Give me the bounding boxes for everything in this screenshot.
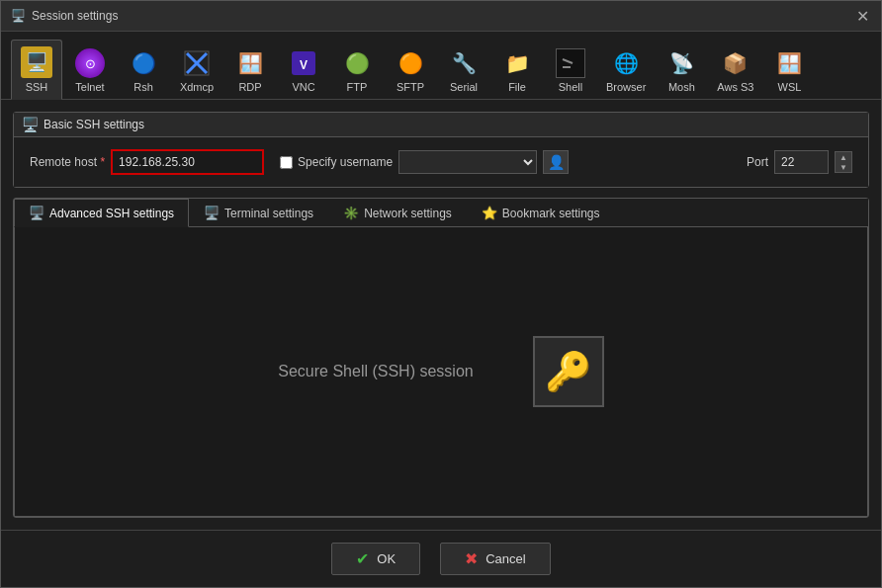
serial-label: Serial xyxy=(450,81,478,93)
ftp-icon: 🟢 xyxy=(342,48,372,78)
serial-icon: 🔧 xyxy=(449,48,479,78)
tab-bookmark[interactable]: ⭐Bookmark settings xyxy=(467,199,615,226)
rdp-icon: 🪟 xyxy=(235,48,265,78)
tabs-row: 🖥️Advanced SSH settings🖥️Terminal settin… xyxy=(14,199,868,227)
protocol-rdp[interactable]: 🪟RDP xyxy=(224,42,276,99)
main-content: 🖥️ Basic SSH settings Remote host * Sp xyxy=(1,100,881,530)
port-spinners: ▲ ▼ xyxy=(835,151,852,173)
terminal-tab-icon: 🖥️ xyxy=(204,206,220,220)
telnet-icon: ⊙ xyxy=(75,48,105,78)
vnc-label: VNC xyxy=(292,81,314,93)
close-button[interactable]: ✕ xyxy=(853,7,871,25)
protocol-sftp[interactable]: 🟠SFTP xyxy=(385,42,436,99)
protocol-awss3[interactable]: 📦Aws S3 xyxy=(709,42,761,99)
tab-terminal[interactable]: 🖥️Terminal settings xyxy=(189,199,328,226)
rsh-icon: 🔵 xyxy=(129,48,158,78)
session-settings-dialog: 🖥️ Session settings ✕ 🖥️SSH⊙Telnet🔵RshXd… xyxy=(0,0,882,588)
key-icon: 🔑 xyxy=(545,350,591,393)
protocol-vnc[interactable]: VVNC xyxy=(278,42,329,99)
rdp-label: RDP xyxy=(238,81,261,93)
dialog-icon: 🖥️ xyxy=(11,9,26,23)
specify-username-group: Specify username 👤 xyxy=(280,150,569,174)
specify-username-label[interactable]: Specify username xyxy=(280,155,393,169)
bookmark-tab-icon: ⭐ xyxy=(482,206,497,220)
awss3-label: Aws S3 xyxy=(717,81,753,93)
tab-advanced[interactable]: 🖥️Advanced SSH settings xyxy=(14,199,189,227)
terminal-tab-label: Terminal settings xyxy=(224,207,313,220)
xdmcp-icon xyxy=(182,48,212,78)
bookmark-tab-label: Bookmark settings xyxy=(502,207,600,220)
telnet-label: Telnet xyxy=(75,81,104,93)
protocol-mosh[interactable]: 📡Mosh xyxy=(656,42,707,99)
wsl-label: WSL xyxy=(778,81,802,93)
advanced-settings-group: 🖥️Advanced SSH settings🖥️Terminal settin… xyxy=(13,198,869,518)
basic-settings-header: 🖥️ Basic SSH settings xyxy=(14,113,868,137)
ok-label: OK xyxy=(377,551,396,566)
key-icon-box: 🔑 xyxy=(533,336,604,407)
sftp-label: SFTP xyxy=(397,81,424,93)
vnc-icon: V xyxy=(289,48,318,78)
awss3-icon: 📦 xyxy=(721,48,750,78)
protocol-telnet[interactable]: ⊙Telnet xyxy=(64,42,116,99)
protocol-ssh[interactable]: 🖥️SSH xyxy=(11,40,62,100)
basic-settings-title: Basic SSH settings xyxy=(44,118,144,131)
mosh-label: Mosh xyxy=(668,81,695,93)
user-icon-button[interactable]: 👤 xyxy=(543,150,569,174)
protocol-shell[interactable]: Shell xyxy=(545,42,596,99)
remote-host-group: Remote host * xyxy=(30,149,264,175)
protocol-rsh[interactable]: 🔵Rsh xyxy=(118,42,169,99)
xdmcp-label: Xdmcp xyxy=(180,81,214,93)
sftp-icon: 🟠 xyxy=(396,48,425,78)
advanced-tab-icon: 🖥️ xyxy=(29,206,44,220)
basic-settings-body: Remote host * Specify username 👤 xyxy=(14,137,868,187)
browser-icon: 🌐 xyxy=(611,48,641,78)
protocol-file[interactable]: 📁File xyxy=(491,42,543,99)
protocol-bar: 🖥️SSH⊙Telnet🔵RshXdmcp🪟RDPVVNC🟢FTP🟠SFTP🔧S… xyxy=(1,32,881,100)
rsh-label: Rsh xyxy=(133,81,153,93)
network-tab-icon: ✳️ xyxy=(343,206,359,220)
advanced-tab-label: Advanced SSH settings xyxy=(49,207,174,220)
mosh-icon: 📡 xyxy=(666,48,696,78)
cancel-icon: ✖ xyxy=(465,549,478,568)
protocol-wsl[interactable]: 🪟WSL xyxy=(763,42,815,99)
protocol-ftp[interactable]: 🟢FTP xyxy=(331,42,383,99)
shell-label: Shell xyxy=(559,81,582,93)
dialog-footer: ✔ OK ✖ Cancel xyxy=(1,530,881,587)
cancel-label: Cancel xyxy=(485,551,525,566)
basic-settings-icon: 🖥️ xyxy=(22,117,39,132)
port-input[interactable] xyxy=(774,150,829,174)
tab-network[interactable]: ✳️Network settings xyxy=(328,199,467,226)
cancel-button[interactable]: ✖ Cancel xyxy=(440,543,550,575)
browser-label: Browser xyxy=(606,81,646,93)
shell-icon xyxy=(556,48,585,78)
ok-button[interactable]: ✔ OK xyxy=(331,543,420,575)
file-icon: 📁 xyxy=(502,48,532,78)
svg-text:V: V xyxy=(300,58,308,72)
title-bar-left: 🖥️ Session settings xyxy=(11,9,118,23)
ssh-session-display: Secure Shell (SSH) session 🔑 xyxy=(278,336,603,407)
port-label: Port xyxy=(747,155,768,169)
protocol-xdmcp[interactable]: Xdmcp xyxy=(171,42,222,99)
title-bar: 🖥️ Session settings ✕ xyxy=(1,1,881,32)
wsl-icon: 🪟 xyxy=(774,48,804,78)
remote-host-label: Remote host * xyxy=(30,155,105,169)
protocol-serial[interactable]: 🔧Serial xyxy=(438,42,489,99)
file-label: File xyxy=(508,81,526,93)
ssh-label: SSH xyxy=(26,81,48,93)
port-down-button[interactable]: ▼ xyxy=(836,162,851,172)
dialog-title: Session settings xyxy=(32,9,118,23)
specify-username-checkbox[interactable] xyxy=(280,156,293,169)
content-area: Secure Shell (SSH) session 🔑 xyxy=(14,227,868,517)
ssh-icon: 🖥️ xyxy=(21,46,52,78)
ftp-label: FTP xyxy=(347,81,368,93)
username-select[interactable] xyxy=(398,150,537,174)
protocol-browser[interactable]: 🌐Browser xyxy=(598,42,654,99)
required-star: * xyxy=(100,155,105,169)
remote-host-input[interactable] xyxy=(111,149,264,175)
session-text: Secure Shell (SSH) session xyxy=(278,363,473,380)
network-tab-label: Network settings xyxy=(364,207,452,220)
port-up-button[interactable]: ▲ xyxy=(836,152,851,162)
ok-icon: ✔ xyxy=(356,549,369,568)
basic-settings-group: 🖥️ Basic SSH settings Remote host * Sp xyxy=(13,112,869,188)
port-group: Port ▲ ▼ xyxy=(747,150,852,174)
